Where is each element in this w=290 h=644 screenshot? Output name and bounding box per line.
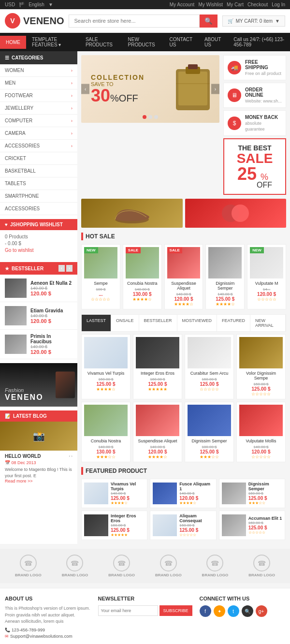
my-wishlist-link[interactable]: My Wishlist <box>198 2 223 7</box>
featured-item[interactable]: Integer Eros Eros 160.00 $ 125.00 $ <box>81 511 147 540</box>
brand-logo[interactable]: ☎ BRAND LOGO <box>15 555 42 577</box>
my-account-link[interactable]: My Account <box>170 2 195 7</box>
featured-item[interactable]: Aliquam Consequat 160.00 $ 125.00 $ <box>150 511 216 540</box>
wishlist-goto-link[interactable]: Go to wishlist <box>5 248 72 253</box>
nav-new-products[interactable]: NEW PRODUCTS <box>122 33 164 51</box>
product-card[interactable]: Dignissim Semper 180.00 $ 125.00 $ <box>185 402 234 462</box>
featured-item[interactable]: Fusce Aliquam 1 140.00 $ 120.00 $ <box>150 479 216 508</box>
sidebar-item[interactable]: WOMEN › <box>0 64 77 77</box>
search-button[interactable]: 🔍 <box>200 15 218 28</box>
hero-dot[interactable] <box>148 115 152 119</box>
product-card[interactable]: Conubia Nostra 140.00 $ 130.00 $ <box>81 402 130 462</box>
sidebar-item[interactable]: JEWELLERY › <box>0 102 77 115</box>
featured-item-name: Vivamus Vel Turpis <box>111 482 145 491</box>
blog-nav[interactable]: ‹ › <box>69 454 72 458</box>
tab-mostviewed[interactable]: MOSTVIEWED <box>177 315 218 331</box>
sidebar-item[interactable]: ACCESSORIES › <box>0 140 77 152</box>
logo[interactable]: V VENENO <box>5 13 64 29</box>
tab-onsale[interactable]: ONSALE <box>111 315 139 331</box>
bestseller-item[interactable]: Primis In Faucibus 140.00 $ 120.00 $ <box>0 330 77 359</box>
product-price: 125.00 $ <box>208 296 242 302</box>
bestseller-item[interactable]: Aeneon Et Nulla 2 140.00 $ 120.00 $ <box>0 275 77 302</box>
product-card[interactable]: NEW Sempe 100 $ ... <box>81 244 120 309</box>
brand-logo[interactable]: ☎ BRAND LOGO <box>108 555 135 577</box>
rss-icon[interactable]: ✦ <box>214 605 225 617</box>
language-selector[interactable]: English <box>29 2 44 7</box>
feature-online: 🖥 ORDER ONLINE Website: www.sh... <box>223 83 286 108</box>
hero-dot[interactable] <box>143 115 146 119</box>
twitter-icon[interactable]: t <box>228 605 239 617</box>
product-card[interactable]: Curabitur Sem Arcu 160.00 $ 125.00 $ <box>185 334 234 399</box>
product-old-price: 140.00 $ <box>84 445 128 449</box>
next-icon[interactable]: › <box>66 265 72 272</box>
read-more-link[interactable]: Read more >> <box>5 479 72 483</box>
nav-sale-products[interactable]: SALE PRODUCTS <box>80 33 122 51</box>
featured-item-stars <box>111 533 145 537</box>
sidebar-item[interactable]: TABLETS <box>0 177 77 190</box>
sidebar-item[interactable]: FOOTWEAR › <box>0 89 77 102</box>
googleplus-icon[interactable]: g+ <box>256 605 267 617</box>
bestseller-name: Aeneon Et Nulla 2 <box>30 280 72 286</box>
my-cart-link[interactable]: My Cart <box>227 2 244 7</box>
nav-contact-us[interactable]: CONTACT US <box>164 33 199 51</box>
tab-featured[interactable]: FEATURED <box>217 315 250 331</box>
product-image <box>239 405 283 436</box>
promo-shoes-image[interactable] <box>81 199 183 228</box>
log-in-link[interactable]: Log In <box>272 2 285 7</box>
hero-prev-arrow[interactable]: ‹ <box>81 84 89 94</box>
product-price: 125.00 $ <box>188 449 231 454</box>
brand-logo[interactable]: ☎ BRAND LOGO <box>155 555 182 577</box>
sidebar-item-label: SMARTPHONE <box>5 193 39 199</box>
cart-widget[interactable]: 🛒 MY CART: 0 item ▼ <box>222 15 285 27</box>
currency-selector[interactable]: USD <box>5 2 15 7</box>
facebook-icon[interactable]: f <box>200 605 211 617</box>
nav-template-features[interactable]: TEMPLATE FEATURES ▾ <box>26 33 80 51</box>
product-old-price: 140.00 $ <box>136 445 179 449</box>
promo-hands-image[interactable] <box>185 199 287 228</box>
brand-logo[interactable]: ☎ BRAND LOGO <box>202 555 229 577</box>
brand-logo[interactable]: ☎ BRAND LOGO <box>248 555 275 577</box>
bestseller-item[interactable]: Etiam Gravida 140.00 $ 120.00 $ <box>0 302 77 330</box>
sale-banner: THE BEST SALE 25 % OFF <box>223 138 286 195</box>
featured-item[interactable]: Dignissim Semper 160.00 $ 125.00 $ <box>219 479 285 508</box>
sidebar-item[interactable]: ACCESSORIES <box>0 203 77 215</box>
nav-about-us[interactable]: ABOUT US <box>199 33 229 51</box>
search-social-icon[interactable]: 🔍 <box>242 605 253 617</box>
prev-icon[interactable]: ‹ <box>58 265 65 272</box>
product-card[interactable]: SALE Conubia Nostra 140.00 $ 130.00 $ <box>123 244 162 309</box>
product-name: Volor Dignissim Sempe <box>239 371 283 381</box>
sidebar-item[interactable]: CAMERA › <box>0 127 77 140</box>
product-card[interactable]: Vulputate Mollis 140.00 $ 120.00 $ <box>236 402 286 462</box>
brand-logo[interactable]: ☎ BRAND LOGO <box>62 555 88 577</box>
product-stars <box>84 454 128 459</box>
product-card[interactable]: SALE Suspendisse Aliquet 140.00 $ 120.00… <box>164 244 203 309</box>
sidebar-item[interactable]: BASKETBALL <box>0 165 77 177</box>
search-input[interactable] <box>69 15 199 28</box>
tab-lastest[interactable]: LASTEST <box>82 315 111 331</box>
tab-bestseller[interactable]: BESTSELLER <box>139 315 177 331</box>
tab-new-arrival[interactable]: NEW ARRIVAL <box>250 315 286 331</box>
product-card[interactable]: NEW Vulputate M 14... 120.00 $ <box>247 244 286 309</box>
featured-item[interactable]: Accumsan Elit 1 160.00 $ 125.00 $ <box>219 511 285 540</box>
subscribe-button[interactable]: SUBSCRIBE <box>160 605 192 616</box>
cart-label: MY CART: 0 item <box>236 18 273 24</box>
featured-item-old-price: 160.00 $ <box>179 523 213 527</box>
product-card[interactable]: Volor Dignissim Sempe 160.00 $ 125.00 $ <box>236 334 286 399</box>
newsletter-input[interactable] <box>98 605 158 616</box>
hero-dot[interactable] <box>154 115 158 119</box>
product-card[interactable]: Dignissim Semper 140.00 $ 125.00 $ <box>205 244 245 309</box>
product-card[interactable]: Suspendisse Aliquet 140.00 $ 120.00 $ <box>133 402 182 462</box>
product-name: Sempe <box>84 281 117 286</box>
sidebar-item[interactable]: COMPUTER › <box>0 115 77 127</box>
featured-item-stars <box>111 501 145 505</box>
product-card[interactable]: Vivamus Vel Turpis 160.00 $ 125.00 $ <box>81 334 130 399</box>
featured-item[interactable]: Vivamus Vel Turpis 140.00 $ 125.00 $ <box>81 479 147 508</box>
feature-subtitle: Free on all product <box>245 71 281 76</box>
online-icon: 🖥 <box>228 88 241 102</box>
product-card[interactable]: Integer Eros Eros 160.00 $ 125.00 $ <box>133 334 182 399</box>
sidebar-item[interactable]: SMARTPHONE <box>0 190 77 203</box>
checkout-link[interactable]: Checkout <box>247 2 268 7</box>
nav-home[interactable]: HOME <box>0 36 26 49</box>
sidebar-item[interactable]: CRICKET <box>0 152 77 165</box>
sidebar-item[interactable]: MEN › <box>0 77 77 89</box>
